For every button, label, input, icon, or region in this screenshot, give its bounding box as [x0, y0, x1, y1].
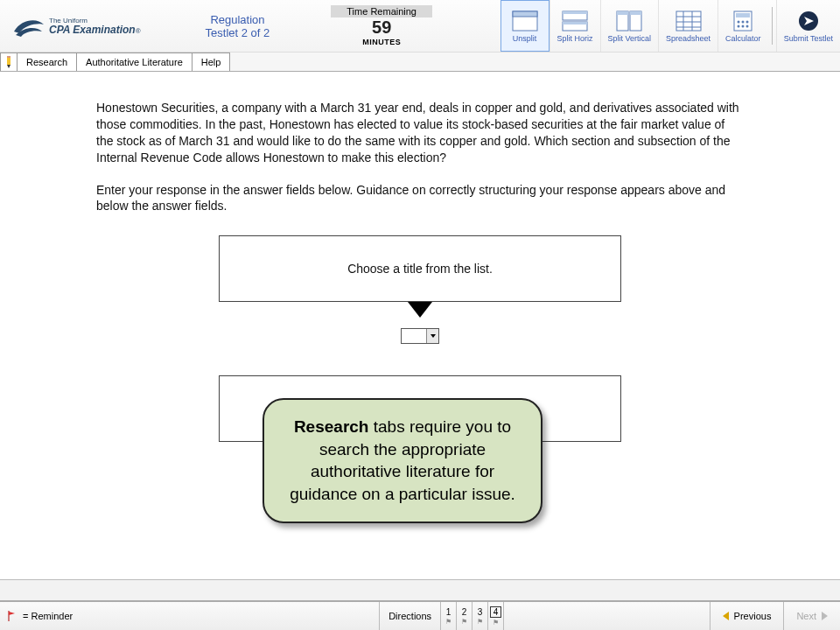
timer: Time Remaining 59 MINUTES [331, 5, 432, 46]
svg-point-18 [738, 20, 740, 23]
svg-point-20 [746, 20, 749, 23]
chevron-down-icon [426, 329, 438, 343]
submit-arrow-icon [794, 10, 822, 32]
triangle-left-icon [723, 612, 729, 620]
unsplit-button[interactable]: Unsplit [500, 0, 550, 52]
spreadsheet-button[interactable]: Spreadsheet [658, 0, 718, 52]
title-prompt-box: Choose a title from the list. [219, 235, 621, 302]
title-select[interactable] [401, 328, 439, 344]
svg-point-22 [742, 24, 745, 27]
tab-help[interactable]: Help [192, 52, 231, 71]
svg-rect-9 [630, 11, 641, 15]
qnum-1[interactable]: 1⚑ [441, 602, 457, 630]
svg-marker-29 [9, 612, 15, 615]
next-button[interactable]: Next [783, 602, 840, 630]
previous-button[interactable]: Previous [710, 602, 784, 630]
arrow-down-icon [408, 302, 432, 318]
toolbar: Unsplit Split Horiz Split Vertical Sprea… [500, 0, 841, 52]
reminder-legend: = Reminder [0, 611, 73, 621]
footer: = Reminder Directions 1⚑ 2⚑ 3⚑ 4⚑ Previo… [0, 600, 840, 630]
window-icon [511, 10, 539, 32]
flag-icon [7, 611, 16, 621]
header: The Uniform CPA Examination® Regulation … [0, 0, 840, 52]
question-paragraph-2: Enter your response in the answer fields… [96, 182, 744, 215]
exam-title: Regulation Testlet 2 of 2 [206, 13, 270, 39]
svg-rect-10 [676, 11, 701, 31]
svg-rect-17 [736, 13, 750, 18]
calculator-icon [729, 10, 757, 32]
tab-research[interactable]: Research [18, 52, 77, 71]
svg-rect-27 [7, 56, 10, 58]
pencil-icon [0, 52, 18, 71]
tab-authoritative-literature[interactable]: Authoritative Literature [77, 52, 192, 71]
svg-rect-1 [513, 11, 537, 17]
qnum-2[interactable]: 2⚑ [457, 602, 472, 630]
split-horiz-icon [561, 10, 589, 32]
svg-point-23 [746, 24, 749, 27]
logo-icon [12, 12, 46, 40]
spreadsheet-icon [675, 10, 703, 32]
question-nav: 1⚑ 2⚑ 3⚑ 4⚑ [441, 602, 504, 630]
question-content: Honestown Securities, a company with a M… [0, 72, 840, 442]
logo: The Uniform CPA Examination® [0, 12, 153, 40]
qnum-4[interactable]: 4⚑ [488, 602, 504, 630]
split-vert-icon [615, 10, 643, 32]
svg-rect-5 [563, 22, 587, 24]
svg-rect-3 [563, 11, 587, 14]
qnum-3[interactable]: 3⚑ [472, 602, 488, 630]
triangle-right-icon [822, 612, 828, 620]
svg-rect-7 [617, 11, 628, 15]
split-horiz-button[interactable]: Split Horiz [550, 0, 600, 52]
directions-button[interactable]: Directions [379, 602, 441, 630]
submit-testlet-button[interactable]: Submit Testlet [776, 0, 840, 52]
logo-line2: CPA Examination [49, 24, 136, 36]
svg-marker-26 [7, 65, 10, 68]
tooltip-callout: Research tabs require you to search the … [262, 398, 542, 523]
svg-point-19 [742, 20, 745, 23]
question-paragraph-1: Honestown Securities, a company with a M… [96, 100, 744, 166]
split-vert-button[interactable]: Split Vertical [600, 0, 659, 52]
tabs-row: Research Authoritative Literature Help [0, 52, 840, 72]
svg-point-21 [738, 24, 740, 27]
calculator-button[interactable]: Calculator [718, 0, 768, 52]
